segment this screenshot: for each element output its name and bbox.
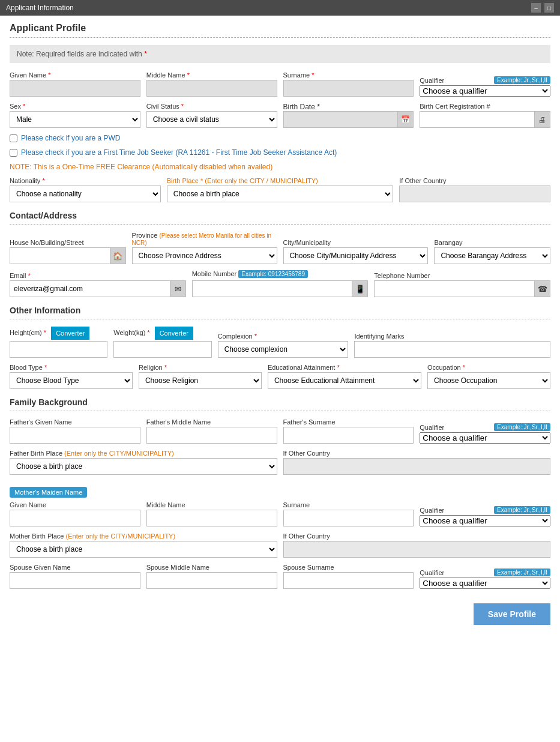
province-select[interactable]: Choose Province Address (132, 247, 277, 264)
maximize-button[interactable]: □ (544, 3, 554, 13)
spouse-given-name-input[interactable] (10, 572, 140, 589)
other-info-section: Other Information Height(cm) * Converter… (10, 306, 550, 389)
birth-place-group: Birth Place * (Enter only the CITY / MUN… (167, 177, 394, 202)
if-other-country-input[interactable] (399, 186, 550, 202)
barangay-select[interactable]: Choose Barangay Address (434, 247, 550, 264)
contact-row2: Email * ✉ Mobile Number Example: 0912345… (10, 270, 550, 297)
mother-given-name-input[interactable] (10, 510, 140, 526)
identifying-marks-label: Identifying Marks (354, 333, 550, 340)
mobile-input[interactable] (192, 280, 353, 297)
birth-cert-input[interactable] (420, 111, 535, 128)
spouse-given-name-label: Spouse Given Name (10, 564, 140, 571)
mother-qualifier-select[interactable]: Choose a qualifier Jr.Sr.III (420, 515, 550, 526)
ftjs-label[interactable]: Please check if you are a First Time Job… (21, 148, 337, 157)
pwd-row: Please check if you are a PWD (10, 134, 550, 142)
height-converter-btn[interactable]: Converter (51, 327, 89, 340)
complexion-select[interactable]: Choose complexion FairMorenaDark (218, 341, 349, 358)
sex-group: Sex * MaleFemale (10, 103, 140, 128)
qualifier-select[interactable]: Choose a qualifier Jr.Sr.IIIIII (420, 85, 550, 97)
father-surname-input[interactable] (283, 427, 414, 444)
mother-surname-label: Surname (283, 501, 414, 508)
ftjs-checkbox[interactable] (10, 149, 17, 157)
title-bar: Applicant Information – □ (0, 0, 560, 16)
if-other-country-label: If Other Country (399, 177, 550, 184)
pwd-checkbox[interactable] (10, 134, 17, 142)
mother-birth-row: Mother Birth Place (Enter only the CITY/… (10, 532, 550, 558)
educational-attainment-select[interactable]: Choose Educational Attainment (268, 372, 421, 389)
other-info-divider (10, 319, 550, 319)
spouse-qualifier-select[interactable]: Choose a qualifier Jr.Sr.III (420, 578, 550, 589)
minimize-button[interactable]: – (531, 3, 541, 13)
city-group: City/Municipality Choose City/Municipali… (283, 239, 429, 264)
spouse-qualifier-group: Qualifier Example: Jr.,Sr.,I,II Choose a… (420, 569, 550, 589)
father-other-country-group: If Other Country (283, 450, 551, 475)
mother-birth-place-select[interactable]: Choose a birth place (10, 541, 277, 558)
birth-cert-group: Birth Cert Registration # 🖨 (420, 103, 550, 128)
spouse-middle-name-group: Spouse Middle Name (146, 564, 277, 589)
father-birth-place-select[interactable]: Choose a birth place (10, 458, 277, 475)
spouse-middle-name-input[interactable] (146, 572, 277, 589)
family-divider (10, 411, 550, 411)
spouse-surname-label: Spouse Surname (283, 564, 414, 571)
qualifier-group: Qualifier Example: Jr.,Sr.,I,II Choose a… (420, 76, 550, 97)
birth-cert-label: Birth Cert Registration # (420, 103, 550, 110)
birth-date-input[interactable] (283, 111, 399, 128)
civil-status-select[interactable]: Choose a civil status SingleMarriedWidow… (146, 111, 277, 128)
middle-name-input[interactable] (146, 80, 277, 97)
sex-select[interactable]: MaleFemale (10, 111, 140, 128)
father-middle-name-input[interactable] (146, 427, 277, 444)
birth-date-group: Birth Date * 📅 (283, 103, 414, 128)
telephone-label: Telephone Number (374, 272, 550, 279)
nationality-select[interactable]: Choose a nationality (10, 186, 161, 202)
calendar-icon[interactable]: 📅 (398, 111, 414, 128)
educational-attainment-group: Educational Attainment * Choose Educatio… (268, 364, 421, 389)
blood-type-select[interactable]: Choose Blood Type ABABO (10, 372, 133, 389)
mother-given-name-label: Given Name (10, 501, 140, 508)
spouse-qualifier-badge: Example: Jr.,Sr.,I,II (494, 569, 550, 576)
telephone-input[interactable] (374, 280, 535, 297)
birth-place-select[interactable]: Choose a birth place (167, 186, 394, 202)
religion-select[interactable]: Choose Religion (139, 372, 262, 389)
father-birth-row: Father Birth Place (Enter only the CITY/… (10, 450, 550, 475)
spouse-qualifier-label: Qualifier (420, 569, 444, 576)
spouse-surname-input[interactable] (283, 572, 414, 589)
house-no-input[interactable] (10, 247, 110, 264)
father-given-name-input[interactable] (10, 427, 140, 444)
weight-label: Weight(kg) * (113, 329, 149, 336)
identifying-marks-group: Identifying Marks (354, 333, 550, 358)
father-other-country-input[interactable] (283, 458, 551, 475)
mother-other-country-input[interactable] (283, 541, 551, 558)
save-profile-button[interactable]: Save Profile (474, 603, 550, 625)
father-surname-group: Father's Surname (283, 418, 414, 444)
mother-middle-name-input[interactable] (146, 510, 277, 526)
identifying-marks-input[interactable] (354, 341, 550, 358)
city-select[interactable]: Choose City/Municipality Address (283, 247, 429, 264)
house-icon: 🏠 (110, 247, 126, 264)
mother-surname-group: Surname (283, 501, 414, 526)
note-text: Note: Required fields are indicated with (17, 50, 142, 58)
if-other-country-group: If Other Country (399, 177, 550, 202)
email-input[interactable] (10, 280, 170, 297)
mother-surname-input[interactable] (283, 510, 414, 526)
qualifier-label: Qualifier (420, 77, 444, 84)
page-heading: Applicant Profile (10, 23, 550, 34)
surname-group: Surname * (283, 71, 414, 97)
qualifier-example-badge: Example: Jr.,Sr.,I,II (494, 76, 550, 84)
birth-cert-icon[interactable]: 🖨 (535, 111, 550, 128)
pwd-label[interactable]: Please check if you are a PWD (21, 134, 120, 142)
given-name-input[interactable] (10, 80, 140, 97)
blood-type-label: Blood Type * (10, 364, 133, 371)
mother-qualifier-group: Qualifier Example: Jr.,Sr.,I,II Choose a… (420, 506, 550, 526)
religion-label: Religion * (139, 364, 262, 371)
blood-type-group: Blood Type * Choose Blood Type ABABO (10, 364, 133, 389)
province-group: Province (Please select Metro Manila for… (132, 232, 277, 264)
surname-input[interactable] (283, 80, 414, 97)
height-input[interactable] (10, 341, 107, 358)
father-given-name-label: Father's Given Name (10, 418, 140, 426)
civil-status-group: Civil Status * Choose a civil status Sin… (146, 103, 277, 128)
father-qualifier-group: Qualifier Example: Jr.,Sr.,I,II Choose a… (420, 423, 550, 444)
occupation-select[interactable]: Choose Occupation (427, 372, 550, 389)
weight-input[interactable] (113, 341, 211, 358)
weight-converter-btn[interactable]: Converter (155, 327, 193, 340)
father-qualifier-select[interactable]: Choose a qualifier Jr.Sr.III (420, 432, 550, 444)
